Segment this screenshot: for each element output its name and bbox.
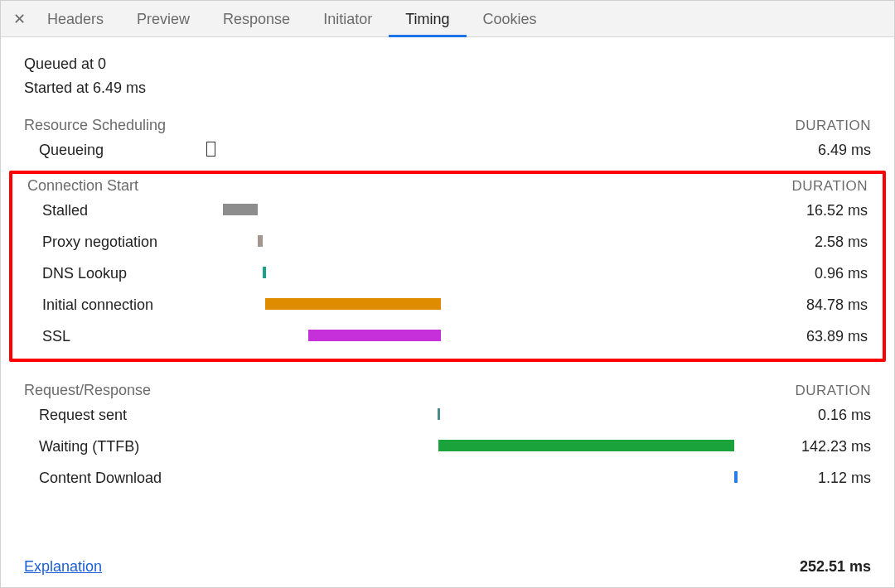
- bar-ssl: [308, 330, 441, 341]
- started-at-text: Started at 6.49 ms: [24, 80, 871, 97]
- row-label: Waiting (TTFB): [24, 438, 206, 455]
- row-label: SSL: [27, 328, 210, 345]
- row-value: 6.49 ms: [818, 142, 871, 159]
- section-title: Resource Scheduling: [24, 117, 166, 134]
- duration-header: DURATION: [795, 383, 871, 399]
- bar-stalled: [223, 204, 257, 215]
- row-label: Queueing: [24, 142, 206, 159]
- explanation-link[interactable]: Explanation: [24, 558, 102, 576]
- row-value: 16.52 ms: [806, 202, 868, 219]
- bar-initial-connection: [265, 298, 442, 310]
- bar-queueing: [206, 142, 215, 157]
- duration-header: DURATION: [795, 118, 871, 134]
- row-value: 142.23 ms: [801, 438, 871, 455]
- row-label: Initial connection: [27, 296, 210, 314]
- bar-content-download: [734, 471, 738, 483]
- row-label: Request sent: [24, 407, 206, 424]
- timing-row-waiting: Waiting (TTFB) 142.23 ms: [24, 431, 871, 462]
- row-label: Proxy negotiation: [27, 234, 210, 251]
- connection-start-highlight: Connection Start DURATION Stalled 16.52 …: [9, 171, 886, 362]
- bar-dns: [263, 267, 266, 278]
- bar-request-sent: [438, 408, 440, 420]
- tab-cookies[interactable]: Cookies: [467, 1, 554, 37]
- bar-zone: [206, 407, 737, 423]
- close-icon[interactable]: ✕: [7, 10, 31, 28]
- bar-zone: [206, 470, 737, 486]
- bar-zone: [206, 438, 737, 455]
- tab-bar: ✕ Headers Preview Response Initiator Tim…: [1, 1, 894, 37]
- bar-zone: [210, 234, 740, 250]
- tab-timing[interactable]: Timing: [389, 1, 466, 37]
- timing-row-request-sent: Request sent 0.16 ms: [24, 399, 871, 431]
- bar-zone: [210, 202, 740, 219]
- timing-content: Queued at 0 Started at 6.49 ms Resource …: [1, 37, 894, 494]
- section-title: Connection Start: [27, 177, 138, 195]
- bar-waiting: [438, 440, 734, 451]
- timing-row-initial-connection: Initial connection 84.78 ms: [27, 289, 868, 321]
- row-value: 0.96 ms: [815, 265, 868, 282]
- tab-preview[interactable]: Preview: [120, 1, 206, 37]
- queued-at-text: Queued at 0: [24, 55, 871, 73]
- row-value: 1.12 ms: [818, 470, 871, 487]
- timing-row-ssl: SSL 63.89 ms: [27, 321, 868, 352]
- section-title: Request/Response: [24, 382, 151, 399]
- row-value: 63.89 ms: [806, 328, 868, 345]
- row-value: 0.16 ms: [818, 407, 871, 424]
- timing-row-proxy: Proxy negotiation 2.58 ms: [27, 226, 868, 258]
- tab-response[interactable]: Response: [206, 1, 307, 37]
- bar-zone: [210, 296, 740, 313]
- row-value: 2.58 ms: [815, 234, 868, 251]
- duration-header: DURATION: [791, 178, 868, 195]
- bar-zone: [206, 142, 737, 158]
- section-header-scheduling: Resource Scheduling DURATION: [24, 117, 871, 134]
- bar-zone: [210, 328, 740, 345]
- bar-proxy: [258, 235, 263, 247]
- tab-headers[interactable]: Headers: [31, 1, 120, 37]
- row-label: DNS Lookup: [27, 265, 210, 282]
- section-header-connection: Connection Start DURATION: [27, 177, 868, 195]
- timing-row-stalled: Stalled 16.52 ms: [27, 195, 868, 226]
- bar-zone: [210, 265, 740, 282]
- timing-row-dns: DNS Lookup 0.96 ms: [27, 258, 868, 289]
- tab-initiator[interactable]: Initiator: [307, 1, 389, 37]
- timing-row-content-download: Content Download 1.12 ms: [24, 462, 871, 494]
- timing-row-queueing: Queueing 6.49 ms: [24, 134, 871, 166]
- network-timing-panel: ✕ Headers Preview Response Initiator Tim…: [0, 0, 895, 588]
- row-label: Content Download: [24, 470, 206, 487]
- row-value: 84.78 ms: [806, 296, 868, 314]
- footer: Explanation 252.51 ms: [24, 558, 871, 576]
- total-time: 252.51 ms: [800, 558, 871, 576]
- row-label: Stalled: [27, 202, 210, 219]
- section-header-reqres: Request/Response DURATION: [24, 382, 871, 399]
